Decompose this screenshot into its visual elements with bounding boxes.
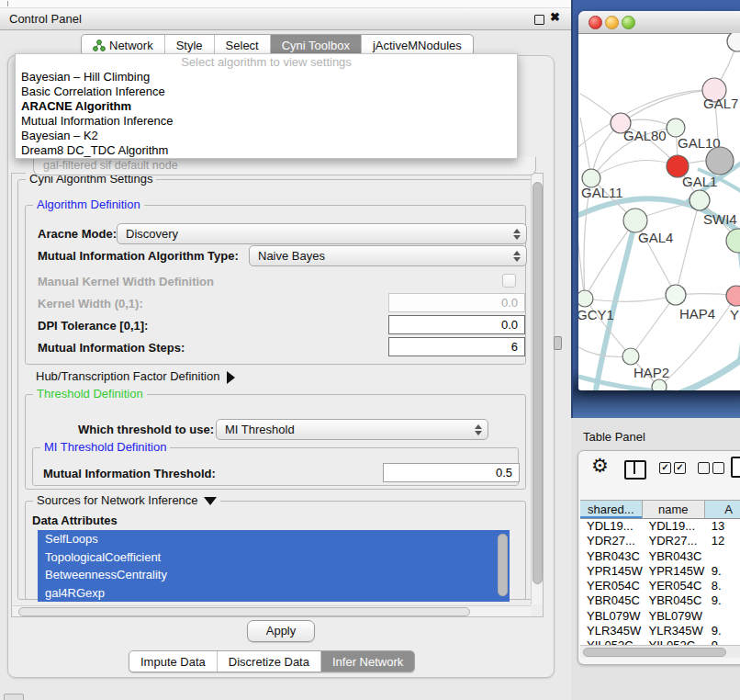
- node-label: GAL80: [623, 128, 667, 143]
- table-cell: YDL19...: [580, 519, 643, 534]
- table-row[interactable]: YPR145WYPR145W9.: [580, 564, 740, 579]
- apply-button[interactable]: Apply: [247, 620, 315, 642]
- application-root: Control Panel ✖ NetworkStyleSelectCyni T…: [0, 0, 740, 700]
- settings-vertical-scrollbar[interactable]: [531, 175, 543, 604]
- tab-jactivemnodules[interactable]: jActiveMNodules: [361, 35, 473, 55]
- table-row[interactable]: YDR27...YDR27...12: [580, 534, 740, 548]
- checked-checkbox-icon[interactable]: ✓: [674, 462, 686, 474]
- unchecked-checkbox-icon[interactable]: [698, 462, 710, 474]
- network-node[interactable]: [727, 33, 740, 51]
- checked-checkbox-icon[interactable]: ✓: [659, 462, 671, 474]
- unchecked-checkbox-icon[interactable]: [712, 462, 724, 474]
- table-row[interactable]: YBR045CYBR045C9.: [580, 593, 740, 608]
- hub-definition-toggle-label[interactable]: Hub/Transcription Factor Definition: [36, 369, 235, 384]
- table-panel: Table Panel ⚙ ✓ ✓ shared...nameAYDL19...…: [571, 418, 740, 700]
- algorithm-option[interactable]: Bayesian – Hill Climbing: [16, 70, 517, 85]
- which-threshold-select[interactable]: MI Threshold: [216, 419, 488, 440]
- node-label: SWI4: [703, 211, 737, 227]
- table-cell: YDR27...: [643, 534, 705, 548]
- network-node[interactable]: [706, 147, 734, 175]
- column-header-a[interactable]: A: [705, 500, 740, 519]
- tab-select[interactable]: Select: [214, 35, 270, 55]
- table-row[interactable]: YLR345WYLR345W9.: [580, 624, 740, 638]
- network-node[interactable]: [652, 379, 667, 390]
- tab-label: Cyni Toolbox: [282, 39, 350, 52]
- mi-threshold-label: Mutual Information Threshold:: [43, 467, 216, 480]
- network-node[interactable]: [690, 190, 710, 210]
- manual-kernel-width-label: Manual Kernel Width Definition: [38, 275, 214, 288]
- mi-algorithm-type-select[interactable]: Naive Bayes: [249, 245, 527, 266]
- kernel-width-label: Kernel Width (0,1):: [38, 297, 143, 310]
- bottom-tab-impute-data[interactable]: Impute Data: [129, 651, 217, 672]
- node-table[interactable]: shared...nameAYDL19...YDL19...13YDR27...…: [580, 500, 740, 649]
- desktop-edge: [571, 0, 573, 418]
- bottom-tab-infer-network[interactable]: Infer Network: [320, 651, 414, 672]
- network-window-titlebar[interactable]: [578, 11, 740, 34]
- network-node[interactable]: [622, 348, 639, 365]
- tab-style[interactable]: Style: [164, 35, 214, 55]
- node-label: GAL7: [703, 96, 738, 111]
- settings-horizontal-scrollbar[interactable]: [13, 605, 531, 616]
- document-icon[interactable]: [731, 457, 740, 478]
- algorithm-option[interactable]: Mutual Information Inference: [16, 114, 517, 129]
- algorithm-option[interactable]: ARACNE Algorithm: [16, 99, 517, 114]
- table-cell: 9.: [705, 564, 740, 579]
- stepper-arrows-icon: [513, 229, 521, 240]
- network-selector-combo[interactable]: gal-filtered sif default node: [33, 157, 536, 175]
- algorithm-options: Bayesian – Hill ClimbingBasic Correlatio…: [16, 70, 517, 158]
- tab-network[interactable]: Network: [82, 35, 164, 55]
- panel-divider-handle[interactable]: [554, 336, 562, 350]
- column-header-shared-[interactable]: shared...: [580, 500, 643, 519]
- dpi-tolerance-field[interactable]: 0.0: [388, 315, 525, 334]
- node-label: HAP4: [679, 306, 715, 322]
- bottom-tab-discretize-data[interactable]: Discretize Data: [217, 651, 320, 672]
- table-row[interactable]: YBR043CYBR043C: [580, 549, 740, 564]
- float-window-icon[interactable]: [534, 15, 544, 25]
- attribute-item[interactable]: BetweennessCentrality: [38, 566, 510, 584]
- table-horizontal-scrollbar[interactable]: [580, 645, 740, 658]
- network-node[interactable]: [666, 285, 686, 305]
- column-header-name[interactable]: name: [643, 500, 705, 519]
- data-attributes-list[interactable]: SelfLoopsTopologicalCoefficientBetweenne…: [38, 530, 510, 602]
- algorithm-option[interactable]: Dream8 DC_TDC Algorithm: [16, 143, 517, 158]
- network-node[interactable]: [667, 119, 685, 137]
- mi-steps-field[interactable]: 6: [388, 337, 525, 356]
- network-node[interactable]: [578, 290, 593, 307]
- split-view-icon[interactable]: [624, 460, 646, 480]
- table-row[interactable]: YDL19...YDL19...13: [580, 519, 740, 534]
- manual-kernel-width-checkbox[interactable]: [502, 274, 516, 288]
- network-graph[interactable]: GAL7GAL80GAL10GAL1GAL11SWI4GAL4GCY1HAP4Y…: [578, 33, 740, 390]
- kernel-width-value: 0.0: [501, 296, 518, 310]
- close-traffic-light[interactable]: [589, 16, 602, 29]
- tab-label: jActiveMNodules: [373, 39, 462, 52]
- sources-legend[interactable]: Sources for Network Inference: [33, 493, 220, 507]
- network-node[interactable]: [726, 286, 740, 306]
- network-edge: [631, 295, 676, 356]
- attribute-item[interactable]: SelfLoops: [38, 530, 510, 548]
- attribute-item[interactable]: gal4RGexp: [38, 584, 510, 603]
- expanded-arrow-icon[interactable]: [204, 497, 217, 505]
- attribute-item[interactable]: TopologicalCoefficient: [38, 548, 510, 567]
- network-node[interactable]: [726, 229, 740, 253]
- gear-icon[interactable]: ⚙: [591, 455, 609, 477]
- mi-threshold-field[interactable]: 0.5: [383, 463, 520, 482]
- tab-cyni-toolbox[interactable]: Cyni Toolbox: [270, 35, 361, 55]
- table-cell: YER054C: [580, 579, 643, 593]
- table-subwindow: ⚙ ✓ ✓ shared...nameAYDL19...YDL19...13YD…: [577, 450, 740, 665]
- node-label: GCY1: [578, 307, 614, 322]
- toolbar-divider: [7, 1, 8, 6]
- minimize-traffic-light[interactable]: [605, 16, 619, 29]
- close-window-icon[interactable]: ✖: [550, 10, 560, 24]
- tab-label: Style: [176, 39, 203, 52]
- kernel-width-field[interactable]: 0.0: [388, 293, 525, 312]
- table-row[interactable]: YBL079WYBL079W: [580, 609, 740, 624]
- algorithm-option[interactable]: Basic Correlation Inference: [16, 85, 517, 99]
- table-panel-title: Table Panel: [583, 430, 645, 444]
- zoom-traffic-light[interactable]: [622, 16, 635, 29]
- attributes-list-scrollbar[interactable]: [498, 532, 507, 600]
- algorithm-option[interactable]: Bayesian – K2: [16, 129, 517, 143]
- aracne-mode-select[interactable]: Discovery: [117, 223, 527, 244]
- table-row[interactable]: YER054CYER054C8.: [580, 579, 740, 593]
- collapsed-arrow-icon[interactable]: [227, 371, 235, 384]
- table-cell: YBR045C: [643, 593, 705, 608]
